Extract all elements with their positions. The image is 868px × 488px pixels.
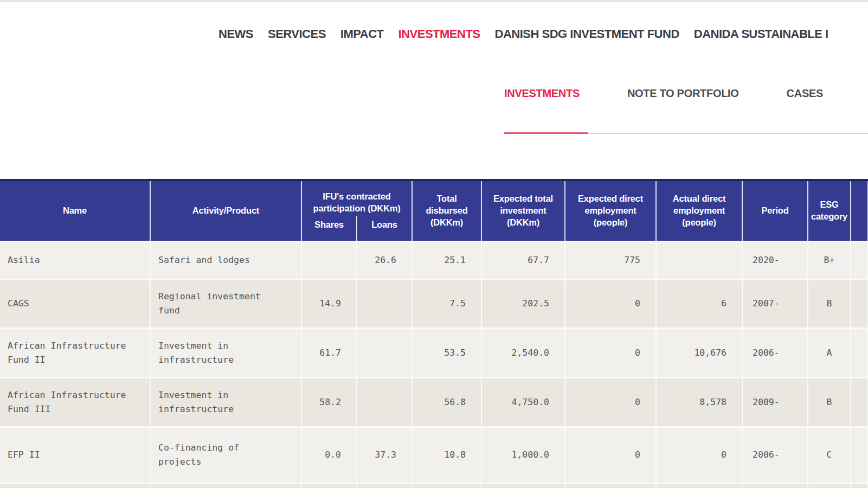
- cell-expected-total: 1,000.0: [481, 427, 565, 483]
- col-header-clipped: [851, 180, 868, 241]
- cell-total-disbursed: 7.5: [412, 279, 481, 328]
- cell-actual-direct: 0: [656, 427, 742, 483]
- col-header-actual-direct-employment: Actual direct employment (people): [656, 180, 742, 241]
- tab-investments[interactable]: INVESTMENTS: [504, 87, 580, 100]
- cell-shares: 61.7: [301, 328, 357, 377]
- cell-clipped: [851, 427, 868, 483]
- cell-expected-direct: 0: [565, 279, 656, 328]
- col-header-name: Name: [0, 180, 150, 241]
- nav-item-news[interactable]: NEWS: [218, 27, 253, 41]
- top-edge-bar: [0, 0, 868, 2]
- cell-expected-direct: 775: [565, 241, 656, 279]
- cell-total-disbursed: 53.5: [412, 328, 481, 377]
- cell-period: 2009-: [742, 377, 808, 427]
- cell-loans: [357, 328, 412, 377]
- col-header-total-disbursed: Total disbursed (DKKm): [412, 180, 481, 241]
- table-row: EFP II Co-financing of projects 0.0 37.3…: [0, 427, 868, 483]
- col-header-loans: Loans: [357, 216, 412, 241]
- col-header-ifu-participation-group: IFU's contracted participation (DKKm): [301, 180, 412, 216]
- cell-period: 2007-: [742, 279, 808, 328]
- col-header-shares: Shares: [301, 216, 357, 241]
- cell-loans: [357, 279, 412, 328]
- cell-esg: B: [808, 377, 851, 427]
- cell-actual-direct: [656, 241, 742, 279]
- cell-name: [0, 483, 150, 488]
- cell-name: Asilia: [0, 241, 150, 279]
- tab-note-to-portfolio[interactable]: NOTE TO PORTFOLIO: [627, 87, 739, 100]
- cell-expected-total: 202.5: [481, 279, 565, 328]
- page: NEWS SERVICES IMPACT INVESTMENTS DANISH …: [0, 0, 868, 488]
- cell-expected-total: 2,540.0: [481, 328, 565, 377]
- cell-expected-total: [481, 483, 565, 488]
- cell-actual-direct: 8,578: [656, 377, 742, 427]
- table-row: African Infrastructure Fund II Investmen…: [0, 328, 868, 377]
- cell-clipped: [851, 483, 868, 488]
- cell-expected-direct: [565, 483, 656, 488]
- table-header: Name Activity/Product IFU's contracted p…: [0, 180, 868, 241]
- cell-expected-direct: 0: [565, 427, 656, 483]
- cell-period: 2006-: [742, 427, 808, 483]
- cell-period: [742, 483, 808, 488]
- nav-item-investments[interactable]: INVESTMENTS: [398, 27, 480, 41]
- cell-period: 2020-: [742, 241, 808, 279]
- nav-item-impact[interactable]: IMPACT: [340, 27, 384, 41]
- cell-loans: [357, 377, 412, 427]
- cell-name: African Infrastructure Fund II: [0, 328, 150, 377]
- cell-total-disbursed: 25.1: [412, 241, 481, 279]
- cell-loans: 26.6: [357, 241, 412, 279]
- col-header-period: Period: [742, 180, 808, 241]
- cell-activity: Investment in infrastructure: [150, 328, 301, 377]
- cell-shares: 58.2: [301, 377, 357, 427]
- cell-esg: B+: [808, 241, 851, 279]
- nav-item-services[interactable]: SERVICES: [268, 27, 326, 41]
- cell-clipped: [851, 377, 868, 427]
- cell-expected-total: 67.7: [481, 241, 565, 279]
- cell-total-disbursed: 10.8: [412, 427, 481, 483]
- cell-shares: 0.0: [301, 427, 357, 483]
- cell-activity: [150, 483, 301, 488]
- cell-activity: Investment in infrastructure: [150, 377, 301, 427]
- col-header-esg-category: ESG category: [808, 180, 851, 241]
- cell-shares: [301, 241, 357, 279]
- nav-item-danida-sustainable[interactable]: DANIDA SUSTAINABLE I: [694, 27, 828, 41]
- cell-esg: [808, 483, 851, 488]
- table-row-partial: [0, 483, 868, 488]
- cell-activity: Safari and lodges: [150, 241, 301, 279]
- cell-name: CAGS: [0, 279, 150, 328]
- cell-activity: Regional investment fund: [150, 279, 301, 328]
- sub-nav: INVESTMENTS NOTE TO PORTFOLIO CASES: [504, 87, 823, 100]
- main-nav: NEWS SERVICES IMPACT INVESTMENTS DANISH …: [218, 27, 828, 41]
- cell-loans: [357, 483, 412, 488]
- cell-name: African Infrastructure Fund III: [0, 377, 150, 427]
- cell-expected-direct: 0: [565, 328, 656, 377]
- cell-clipped: [851, 328, 868, 377]
- table-row: African Infrastructure Fund III Investme…: [0, 377, 868, 427]
- nav-item-danish-sdg-investment-fund[interactable]: DANISH SDG INVESTMENT FUND: [495, 27, 679, 41]
- active-tab-underline: [504, 132, 588, 134]
- cell-shares: [301, 483, 357, 488]
- cell-period: 2006-: [742, 328, 808, 377]
- tab-cases[interactable]: CASES: [787, 87, 823, 100]
- cell-total-disbursed: 56.8: [412, 377, 481, 427]
- cell-loans: 37.3: [357, 427, 412, 483]
- cell-esg: B: [808, 279, 851, 328]
- cell-name: EFP II: [0, 427, 150, 483]
- cell-expected-total: 4,750.0: [481, 377, 565, 427]
- cell-shares: 14.9: [301, 279, 357, 328]
- col-header-expected-total-investment: Expected total investment (DKKm): [481, 180, 565, 241]
- cell-activity: Co-financing of projects: [150, 427, 301, 483]
- cell-total-disbursed: [412, 483, 481, 488]
- investments-table: Name Activity/Product IFU's contracted p…: [0, 179, 868, 488]
- cell-clipped: [851, 241, 868, 279]
- cell-clipped: [851, 279, 868, 328]
- table-row: Asilia Safari and lodges 26.6 25.1 67.7 …: [0, 241, 868, 279]
- cell-actual-direct: [656, 483, 742, 488]
- cell-esg: C: [808, 427, 851, 483]
- cell-esg: A: [808, 328, 851, 377]
- col-header-activity-product: Activity/Product: [150, 180, 301, 241]
- cell-actual-direct: 10,676: [656, 328, 742, 377]
- cell-actual-direct: 6: [656, 279, 742, 328]
- cell-expected-direct: 0: [565, 377, 656, 427]
- table-row: CAGS Regional investment fund 14.9 7.5 2…: [0, 279, 868, 328]
- col-header-expected-direct-employment: Expected direct employment (people): [565, 180, 656, 241]
